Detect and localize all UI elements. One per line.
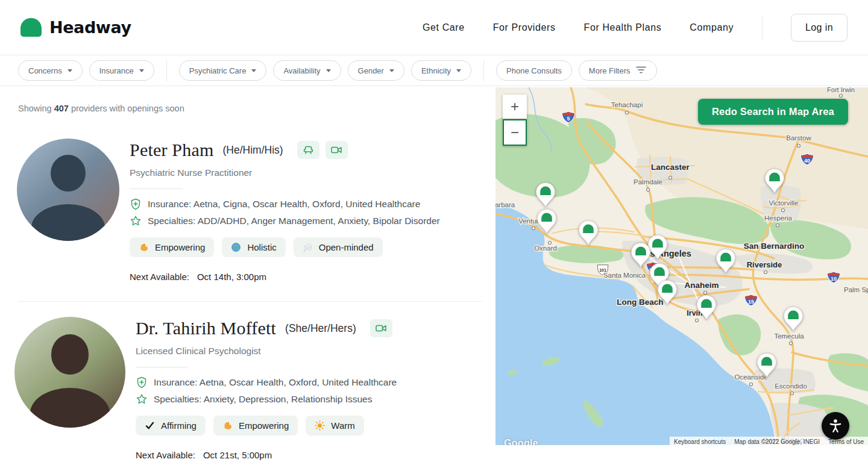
map-canvas[interactable]: 5 40 101 605 15 10 Fort IrwinTehachapiBa… [495,87,868,445]
trait-badge-warm: Warm [306,416,363,435]
badge-label: Holistic [247,242,276,252]
nav-link-for-providers[interactable]: For Providers [493,22,556,33]
bicep-emoji-icon [222,420,233,431]
headway-logo-icon [20,18,42,37]
map-provider-pin[interactable] [535,182,556,208]
map-provider-pin[interactable] [783,306,804,332]
video-camera-icon [330,145,343,155]
trait-badge-open-minded: Open-minded [294,237,383,257]
specialties-star-icon [136,393,148,405]
in-person-session-chip[interactable] [297,141,319,159]
results-suffix: providers with openings soon [69,104,184,113]
video-session-chip[interactable] [370,319,392,337]
map-label-escondido: Escondido [775,382,807,390]
provider-name[interactable]: Peter Pham [130,140,213,160]
login-button[interactable]: Log in [791,14,848,42]
filter-availability[interactable]: Availability [273,60,341,81]
map-label-santa-monica: Santa Monica [603,272,646,279]
results-prefix: Showing [18,104,54,113]
filter-label: Phone Consults [506,66,562,75]
map-label-victorville: Victorville [769,199,799,207]
map-pin-icon [535,182,556,208]
filter-group-divider [483,60,484,81]
map-pin-icon [715,248,736,275]
sun-emoji-icon [315,420,325,431]
filter-more-filters[interactable]: More Filters [579,60,658,81]
redo-search-button[interactable]: Redo Search in Map Area [698,99,848,125]
insurance-list: Insurance: Aetna, Cigna, Oscar Health, O… [148,197,420,211]
map-provider-pin[interactable] [631,242,651,269]
map-pin-icon [696,295,717,321]
map-provider-pin[interactable] [756,352,777,379]
map-label-santa-barbara: Santa Barbara [495,201,515,208]
filter-psychiatric-care[interactable]: Psychiatric Care [179,60,267,81]
filter-phone-consults[interactable]: Phone Consults [496,60,572,81]
map-provider-pin[interactable] [764,168,785,195]
filter-gender[interactable]: Gender [348,60,404,81]
map-pin-icon [578,220,599,246]
session-mode-chips [297,141,348,159]
specialties-list: Specialties: ADD/ADHD, Anger Management,… [148,214,440,228]
trait-badge-empowering: Empowering [213,416,298,435]
trait-badge-holistic: Holistic [222,237,285,257]
check-mark-icon [145,420,155,431]
filter-group-divider [166,60,167,81]
filter-ethnicity[interactable]: Ethnicity [411,60,471,81]
card-subdivider [130,189,183,189]
provider-photo[interactable] [14,317,125,428]
map-label-lancaster: Lancaster [651,163,690,172]
provider-name[interactable]: Dr. Tahirih Moffett [136,318,276,339]
chevron-down-icon [389,69,394,72]
headway-logo[interactable]: Headway [20,18,131,37]
map-provider-pin[interactable] [696,295,717,321]
map-pin-icon [764,168,785,195]
map-provider-pin[interactable] [578,220,599,246]
armchair-icon [302,144,315,156]
filter-label: Psychiatric Care [189,66,247,75]
badge-label: Empowering [239,420,289,431]
badge-label: Empowering [155,242,205,252]
main-nav: Get CareFor ProvidersFor Health PlansCom… [423,14,848,42]
badge-label: Warm [331,420,354,431]
attribution-item[interactable]: Keyboard shortcuts [670,437,730,445]
chevron-down-icon [251,69,256,72]
filter-label: Gender [358,66,384,75]
filter-concerns[interactable]: Concerns [18,60,83,81]
map-label-palm-springs: Palm Springs [844,286,868,293]
map-zoom-in-button[interactable]: + [503,95,527,119]
map-label-tehachapi: Tehachapi [611,101,643,108]
filter-label: Concerns [28,66,62,75]
nav-link-company[interactable]: Company [690,22,734,33]
filter-insurance[interactable]: Insurance [89,60,154,81]
filter-bar: ConcernsInsurancePsychiatric CareAvailab… [0,55,868,86]
trait-badges: EmpoweringHolisticOpen-minded [130,237,440,257]
map-provider-pin[interactable] [715,248,736,275]
provider-title: Licensed Clinical Psychologist [136,346,397,357]
map-pin-icon [536,208,557,235]
provider-card[interactable]: Peter Pham (He/Him/His) Psychiatric Nurs… [0,139,495,295]
provider-card[interactable]: Dr. Tahirih Moffett (She/Her/Hers) Licen… [0,317,495,467]
card-subdivider [136,367,189,367]
provider-photo[interactable] [17,139,119,241]
video-session-chip[interactable] [326,141,348,159]
nav-link-get-care[interactable]: Get Care [423,22,465,33]
route-number: 40 [804,158,810,164]
map-provider-pin[interactable] [536,208,557,235]
route-number: 10 [831,276,837,282]
top-navigation-bar: Headway Get CareFor ProvidersFor Health … [0,0,868,55]
session-mode-chips [370,319,392,337]
map-pin-icon [631,242,651,269]
insurance-shield-icon [136,376,148,388]
chevron-down-icon [68,69,72,72]
badge-label: Open-minded [319,242,374,252]
map-provider-pin[interactable] [657,279,678,306]
nav-link-for-health-plans[interactable]: For Health Plans [584,22,662,33]
map-label-san-bernardino: San Bernardino [744,242,805,251]
map-label-barstow: Barstow [786,134,811,142]
map-zoom-out-button[interactable]: − [503,119,527,146]
next-available: Next Available:Oct 21st, 5:00pm [136,450,397,460]
map-pin-icon [657,279,678,306]
map-panel[interactable]: 5 40 101 605 15 10 Fort IrwinTehachapiBa… [495,87,868,445]
provider-pronouns: (She/Her/Hers) [285,322,356,335]
accessibility-button[interactable] [822,412,849,440]
